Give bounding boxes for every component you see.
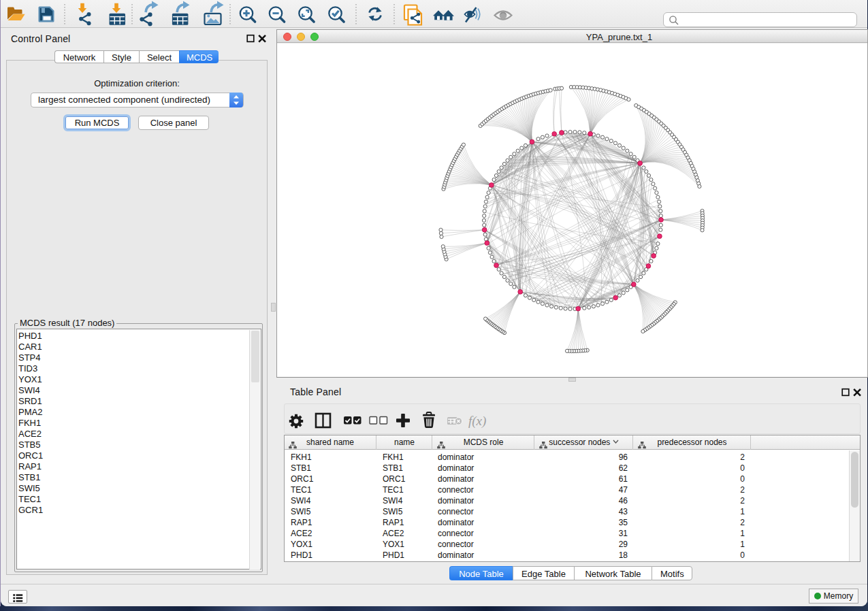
svg-text:f(x): f(x) (468, 414, 486, 429)
